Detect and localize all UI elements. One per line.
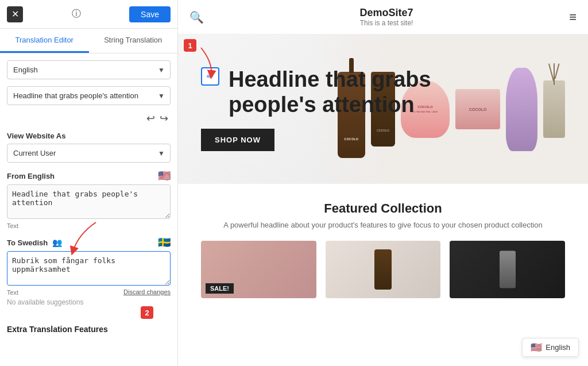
to-swedish-field-type: Text (7, 289, 18, 296)
language-dropdown-wrap: English ▼ (7, 60, 171, 79)
right-panel: 🔍 DemoSite7 This is a test site! ≡ 1 (178, 0, 588, 366)
discard-row: Text Discard changes (7, 288, 171, 296)
extra-features-section: Extra Translation Features (7, 322, 171, 334)
english-badge[interactable]: 🇺🇸 English (522, 338, 579, 357)
from-english-row: From English 🇺🇸 (7, 169, 171, 182)
discard-changes-link[interactable]: Discard changes (123, 288, 171, 295)
product-diffuser (543, 80, 565, 138)
to-swedish-row: To Swedish 👥 🇸🇪 (7, 236, 171, 249)
menu-icon[interactable]: ≡ (569, 10, 577, 25)
hero-headline-line2: people's attention (229, 93, 415, 117)
edit-pencil-button[interactable]: ✏ (201, 67, 219, 86)
hero-content: ✏ Headline that grabs people's attention… (178, 50, 454, 168)
site-header-center: DemoSite7 This is a test site! (360, 7, 413, 27)
hero-headline: Headline that grabs people's attention (229, 67, 431, 117)
info-button[interactable]: ⓘ (68, 6, 84, 22)
swedish-flag-icon: 🇸🇪 (158, 236, 171, 249)
panel-header: ✕ ⓘ Save (0, 0, 177, 29)
product-cards: SALE! (201, 241, 565, 298)
preview-area: 1 ✏ Headline that grabs people's attenti… (178, 34, 588, 366)
hero-banner: 1 ✏ Headline that grabs people's attenti… (178, 34, 588, 184)
product-card-2 (326, 241, 441, 298)
to-swedish-textarea[interactable]: Rubrik <span class="swedish-underline">s… (7, 251, 171, 286)
to-swedish-label: To Swedish (7, 238, 48, 247)
annotation-badge-2: 2 (141, 306, 153, 319)
us-flag-badge-icon: 🇺🇸 (531, 342, 542, 353)
view-website-as-label: View Website As (7, 132, 171, 140)
shop-now-button[interactable]: SHOP NOW (201, 129, 274, 151)
redo-button[interactable]: ↪ (160, 112, 168, 125)
save-button[interactable]: Save (129, 6, 171, 22)
panel-body: English ▼ Headline that grabs people's a… (0, 53, 177, 366)
featured-subtitle: A powerful headline about your product's… (201, 221, 565, 229)
site-title: DemoSite7 (360, 7, 413, 19)
language-select[interactable]: English (7, 60, 171, 79)
people-icon: 👥 (52, 238, 62, 247)
featured-section: Featured Collection A powerful headline … (178, 184, 588, 310)
view-as-dropdown-wrap: Current User ▼ (7, 144, 171, 163)
product-card-1: SALE! (201, 241, 316, 298)
context-dropdown-wrap: Headline that grabs people's attention ▼ (7, 86, 171, 105)
undo-redo-row: ↩ ↪ (7, 112, 171, 125)
site-subtitle: This is a test site! (360, 19, 413, 27)
us-flag-icon: 🇺🇸 (158, 169, 171, 182)
product-flat-jar: COCOLO (455, 89, 500, 129)
annotation-badge-1: 1 (184, 39, 196, 52)
english-badge-label: English (546, 343, 570, 352)
close-button[interactable]: ✕ (7, 6, 23, 22)
hero-headline-line1: Headline that grabs (229, 67, 431, 91)
featured-title: Featured Collection (201, 201, 565, 216)
panel-tabs: Translation Editor String Translation (0, 29, 177, 53)
tab-translation-editor[interactable]: Translation Editor (0, 29, 89, 53)
product-lavender (506, 68, 537, 151)
search-icon[interactable]: 🔍 (189, 10, 204, 24)
left-panel: ✕ ⓘ Save Translation Editor String Trans… (0, 0, 178, 366)
site-header: 🔍 DemoSite7 This is a test site! ≡ (178, 0, 588, 34)
sale-badge: SALE! (206, 283, 234, 294)
from-english-field-type: Text (7, 222, 171, 229)
tab-string-translation[interactable]: String Translation (89, 29, 178, 53)
view-as-select[interactable]: Current User (7, 144, 171, 163)
undo-button[interactable]: ↩ (146, 112, 155, 125)
context-select[interactable]: Headline that grabs people's attention (7, 86, 171, 105)
from-english-section: From English 🇺🇸 Headline that grabs peop… (7, 169, 171, 229)
product-card-3 (450, 241, 565, 298)
headline-edit-row: ✏ Headline that grabs people's attention (201, 67, 431, 117)
view-website-as-section: View Website As Current User ▼ (7, 132, 171, 163)
to-swedish-section: To Swedish 👥 🇸🇪 Rubrik <span class="swed… (7, 236, 171, 309)
extra-features-label: Extra Translation Features (7, 325, 171, 334)
from-english-textarea[interactable]: Headline that grabs people's attention (7, 184, 171, 219)
from-english-label: From English (7, 172, 55, 180)
